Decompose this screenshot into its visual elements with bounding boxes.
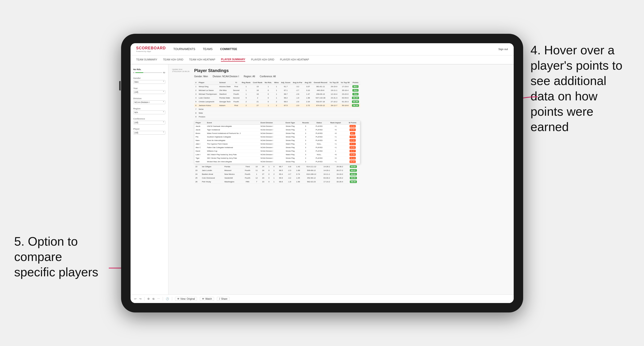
redo-icon[interactable]: ↪ bbox=[139, 297, 142, 300]
table-row: 26 Petr Hruby Washington Fifth 7 23 0 1 … bbox=[194, 180, 360, 183]
cell-no-rds: 0 bbox=[264, 100, 273, 103]
view-original-button[interactable]: 👁 View: Original bbox=[175, 297, 197, 301]
tooltip-row: David Williams Cup NCAA Division I Strok… bbox=[194, 149, 360, 153]
cell-points[interactable]: 70.2 bbox=[351, 92, 360, 96]
tab-player-h2h-heatmap[interactable]: PLAYER H2H HEATMAP bbox=[280, 58, 309, 61]
tab-player-summary[interactable]: PLAYER SUMMARY bbox=[221, 58, 245, 62]
cell-wins bbox=[273, 115, 280, 119]
cell-avg-to-par: -2.8 bbox=[292, 92, 304, 96]
share-button[interactable]: ⤴ Share bbox=[217, 297, 230, 301]
tooltip-row: Pitc Southern Highlands Collegiate NCAA … bbox=[194, 135, 360, 139]
cell-points[interactable]: 58.18 bbox=[351, 103, 360, 107]
tooltip-row: Alex C Fallen Oak Collegiate Invitationa… bbox=[194, 146, 360, 149]
division-select[interactable]: NCAA Division I bbox=[134, 100, 165, 104]
toolbar-separator-2 bbox=[163, 297, 163, 301]
undo-icon[interactable]: ↩ bbox=[134, 297, 136, 300]
bottom-toolbar: ↩ ↪ ⚙ ⧉ ⋯ 🕐 👁 View: Original 👁 Watch bbox=[130, 295, 514, 303]
tooltip-row: Tiger SEC Stroke Play hosted by Jerry Pa… bbox=[194, 156, 360, 160]
slider-max: 52 bbox=[163, 72, 165, 74]
cell-school: Florida State bbox=[218, 96, 232, 100]
cell-no-rds: 0 bbox=[264, 96, 273, 100]
nav-committee[interactable]: COMMITTEE bbox=[220, 47, 237, 51]
year-select[interactable]: (All) bbox=[134, 90, 165, 94]
cell-conf-rank: 18 bbox=[252, 92, 264, 96]
cell-vs-top50: 23-22-0 bbox=[340, 92, 351, 96]
cell-avg-to-par: -2.7 bbox=[292, 88, 304, 92]
sign-out-button[interactable]: Sign out bbox=[498, 48, 508, 50]
table-row: 23 Jack Lundin Missouri Fourth 11 24 0 1… bbox=[194, 169, 360, 172]
points-tooltip: Player Event Event Division Event Type R… bbox=[194, 121, 360, 164]
cell-school: Auburn bbox=[218, 103, 232, 107]
cell-overall: 208-09-13 bbox=[313, 92, 328, 96]
cell-points[interactable] bbox=[351, 115, 360, 119]
nav-teams[interactable]: TEAMS bbox=[203, 47, 212, 51]
cell-adj-score bbox=[280, 111, 292, 115]
cell-adj-score bbox=[280, 107, 292, 111]
division-section: Division NCAA Division I bbox=[134, 97, 165, 104]
cell-vs-top25: 29-15-0 bbox=[328, 85, 340, 88]
toolbar-separator bbox=[144, 297, 144, 301]
cell-points[interactable]: 60.49 bbox=[351, 100, 360, 103]
tab-team-summary[interactable]: TEAM SUMMARY bbox=[136, 58, 158, 61]
cell-overall: 440-26-6 bbox=[313, 88, 328, 92]
filter-region: Region: All bbox=[244, 75, 255, 78]
standings-table-extra: 22 Ian Gilligan Florida Third 10 24 1 0 … bbox=[194, 165, 360, 184]
cell-points[interactable] bbox=[351, 107, 360, 111]
tab-team-h2h-heatmap[interactable]: TEAM H2H HEATMAP bbox=[189, 58, 215, 61]
col-player: Player bbox=[198, 81, 218, 85]
top-nav: SCOREBOARD Powered by clippi TOURNAMENTS… bbox=[130, 43, 514, 55]
cell-yr: First bbox=[232, 85, 240, 88]
cell-vs-top50 bbox=[340, 111, 351, 115]
cell-no-rds: 1 bbox=[264, 103, 273, 107]
cell-player: Jackson Koivu bbox=[198, 103, 218, 107]
tooltip-header-row: Player Event Event Division Event Type R… bbox=[194, 121, 360, 125]
cell-yr: Fourth bbox=[232, 92, 240, 96]
clock-icon[interactable]: 🕐 bbox=[166, 297, 169, 300]
cell-vs-top50: 50-16-8 bbox=[340, 103, 351, 107]
col-school: School bbox=[218, 81, 232, 85]
player-select[interactable]: (All) bbox=[134, 131, 165, 135]
cell-conf-rank: 2 bbox=[252, 96, 264, 100]
gender-select[interactable]: Men bbox=[134, 80, 165, 84]
update-time: Update time: 27/01/2024 16:56:26 bbox=[172, 68, 190, 184]
cell-points[interactable]: 68.34 bbox=[351, 96, 360, 100]
region-select[interactable]: N/A bbox=[134, 111, 165, 114]
col-no-rds: No Rds. bbox=[264, 81, 273, 85]
copy-icon[interactable]: ⧉ bbox=[152, 297, 154, 300]
cell-player: Mats bbox=[198, 111, 218, 115]
gender-select-wrap: Men bbox=[134, 80, 165, 84]
more-icon[interactable]: ⋯ bbox=[157, 297, 160, 300]
watch-button[interactable]: 👁 Watch bbox=[200, 297, 214, 301]
cell-reg-rank: 1 bbox=[240, 85, 252, 88]
cell-num: 6 bbox=[194, 103, 198, 107]
cell-no-rds: 1 bbox=[264, 85, 273, 88]
cell-adj-score: 67.5 bbox=[280, 103, 292, 107]
cell-points[interactable]: 76.2 bbox=[351, 88, 360, 92]
col-vs-top50: Vs Top 50 bbox=[340, 81, 351, 85]
cell-vs-top25 bbox=[328, 107, 340, 111]
sub-nav: TEAM SUMMARY TEAM H2H GRID TEAM H2H HEAT… bbox=[130, 55, 514, 64]
cell-adj-score: 68.0 bbox=[280, 100, 292, 103]
cell-wins: 1 bbox=[273, 85, 280, 88]
cell-points[interactable] bbox=[351, 111, 360, 115]
no-rds-section: No Rds. 4 52 bbox=[134, 68, 165, 74]
table-row: 4 Luke Clanton Florida State Second 5 2 … bbox=[194, 96, 360, 100]
slider-row: 4 52 bbox=[134, 72, 165, 74]
tablet-screen: SCOREBOARD Powered by clippi TOURNAMENTS… bbox=[130, 43, 514, 303]
cell-adj-score: 67.1 bbox=[280, 88, 292, 92]
no-rds-slider[interactable] bbox=[135, 72, 162, 73]
settings-icon[interactable]: ⚙ bbox=[147, 297, 150, 300]
watch-label: Watch bbox=[205, 298, 212, 300]
cell-school bbox=[218, 115, 232, 119]
tab-player-h2h-grid[interactable]: PLAYER H2H GRID bbox=[251, 58, 274, 61]
cell-conf-rank bbox=[252, 107, 264, 111]
filter-conference: Conference: All bbox=[260, 75, 276, 78]
nav-tournaments[interactable]: TOURNAMENTS bbox=[173, 47, 195, 51]
player-section: Player (All) bbox=[134, 128, 165, 135]
conference-select[interactable]: (All) bbox=[134, 121, 165, 125]
cell-avg-to-par bbox=[292, 115, 304, 119]
cell-player: Preston bbox=[198, 115, 218, 119]
cell-points[interactable]: 88.2 bbox=[351, 85, 360, 88]
cell-yr bbox=[232, 115, 240, 119]
tab-team-h2h-grid[interactable]: TEAM H2H GRID bbox=[163, 58, 183, 61]
